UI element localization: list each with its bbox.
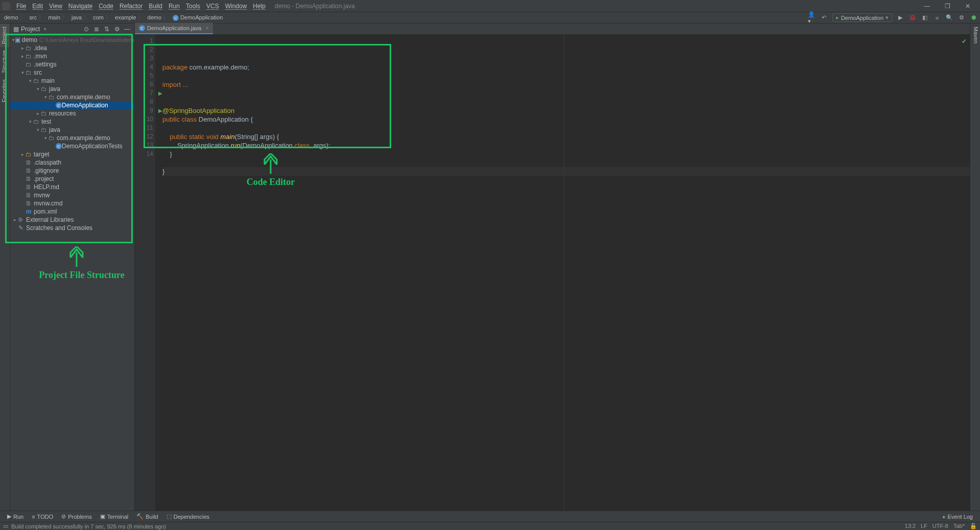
project-panel: ▦ Project ⊙ ≣ ⇅ ⚙ — ▾▣demoC:\Users\Amiya…: [10, 24, 135, 511]
encoding[interactable]: UTF-8: [933, 523, 948, 529]
run-config-selector[interactable]: ▸ DemoApplication ▾: [832, 13, 892, 22]
search-icon[interactable]: 🔍: [945, 14, 953, 22]
line-gutter: 1234567891011121314 ▶ ▶: [135, 35, 155, 511]
menu-tools[interactable]: Tools: [183, 3, 203, 10]
bottom-tab-dependencies[interactable]: ⬚Dependencies: [162, 513, 213, 520]
maximize-button[interactable]: ❐: [937, 3, 958, 10]
close-button[interactable]: ✕: [958, 3, 978, 10]
tree-row[interactable]: 🗎.project: [10, 175, 134, 183]
tree-row[interactable]: ▾🗀test: [10, 118, 134, 126]
tree-row[interactable]: ▾🗀main: [10, 77, 134, 85]
status-bar: ▭ Build completed successfully in 7 sec,…: [0, 522, 980, 530]
tree-row[interactable]: 🗎.classpath: [10, 158, 134, 167]
menu-refactor[interactable]: Refactor: [116, 3, 146, 10]
status-message: Build completed successfully in 7 sec, 9…: [11, 523, 166, 529]
tree-row[interactable]: ▾🗀com.example.demo: [10, 134, 134, 142]
tree-row[interactable]: 🗎.gitignore: [10, 167, 134, 175]
tree-row[interactable]: CDemoApplication: [10, 101, 134, 109]
tree-row[interactable]: 🗀.settings: [10, 60, 134, 68]
bottom-tab-terminal[interactable]: ▣Terminal: [96, 513, 133, 520]
navigation-bar: demosrcmainjavacomexampledemoCDemoApplic…: [0, 12, 980, 24]
tree-row[interactable]: 🗎mvnw.cmd: [10, 199, 134, 208]
caret-position[interactable]: 13:2: [905, 523, 916, 529]
minimize-button[interactable]: —: [917, 3, 937, 10]
project-view-selector[interactable]: ▦ Project: [13, 26, 46, 33]
breadcrumb-com[interactable]: com: [91, 14, 113, 21]
menu-bar: FileEditViewNavigateCodeRefactorBuildRun…: [0, 0, 980, 12]
menu-file[interactable]: File: [13, 3, 29, 10]
user-icon[interactable]: 👤▾: [808, 14, 816, 22]
back-icon[interactable]: ↶: [820, 14, 828, 22]
left-tab-structure[interactable]: Structure: [0, 47, 10, 76]
right-tab-maven[interactable]: Maven: [970, 24, 980, 47]
tree-row[interactable]: ✎Scratches and Consoles: [10, 224, 134, 232]
menu-run[interactable]: Run: [165, 3, 183, 10]
bottom-tool-tabs: ▶Run≡TODO⊘Problems▣Terminal🔨Build⬚Depend…: [0, 511, 980, 522]
breadcrumb-src[interactable]: src: [28, 14, 46, 21]
breadcrumb-example[interactable]: example: [113, 14, 146, 21]
breadcrumb-java[interactable]: java: [69, 14, 91, 21]
menu-edit[interactable]: Edit: [29, 3, 46, 10]
locate-icon[interactable]: ⊙: [82, 26, 90, 33]
tree-row[interactable]: 🗎mvnw: [10, 191, 134, 199]
menu-help[interactable]: Help: [250, 3, 269, 10]
status-icon[interactable]: ▭: [3, 523, 8, 529]
stop-button[interactable]: ■: [933, 14, 941, 22]
project-tree[interactable]: ▾▣demoC:\Users\Amiya Rout\Downloads\demo…: [10, 35, 134, 511]
line-ending[interactable]: LF: [921, 523, 927, 529]
hide-icon[interactable]: —: [123, 26, 131, 33]
left-tab-favorites[interactable]: Favorites: [0, 76, 10, 105]
left-tab-project[interactable]: Project: [0, 24, 10, 47]
tree-row[interactable]: ▸🗀resources: [10, 109, 134, 118]
debug-button[interactable]: 🐞: [909, 14, 917, 22]
tree-row[interactable]: ▾🗀com.example.demo: [10, 93, 134, 101]
settings-icon[interactable]: ⚙: [958, 14, 966, 22]
menu-code[interactable]: Code: [95, 3, 116, 10]
tree-row[interactable]: ▸🗀.idea: [10, 44, 134, 52]
bottom-tab-todo[interactable]: ≡TODO: [28, 513, 57, 520]
breadcrumb-demo[interactable]: demo: [146, 14, 171, 21]
tab-label: DemoApplication.java: [147, 25, 201, 31]
menu-navigate[interactable]: Navigate: [65, 3, 95, 10]
right-tool-gutter: Maven: [970, 24, 980, 511]
tree-row[interactable]: ▸🗀.mvn: [10, 52, 134, 60]
bottom-tab-problems[interactable]: ⊘Problems: [57, 513, 95, 520]
tree-row[interactable]: 🗎HELP.md: [10, 183, 134, 191]
tree-row[interactable]: CDemoApplicationTests: [10, 142, 134, 150]
code-area[interactable]: package com.example.demo; import ... @Sp…: [155, 35, 970, 511]
inspection-ok-icon[interactable]: ✔: [962, 38, 967, 45]
breadcrumb-main[interactable]: main: [46, 14, 69, 21]
lock-icon[interactable]: 🔓: [970, 523, 977, 529]
class-icon: C: [139, 25, 145, 31]
coverage-button[interactable]: ◧: [921, 14, 929, 22]
bottom-tab-build[interactable]: 🔨Build: [132, 513, 162, 520]
editor-body[interactable]: 1234567891011121314 ▶ ▶ package com.exam…: [135, 35, 970, 511]
menu-build[interactable]: Build: [146, 3, 165, 10]
tree-row[interactable]: ▾🗀java: [10, 126, 134, 134]
expand-all-icon[interactable]: ≣: [92, 26, 101, 33]
indent[interactable]: Tab*: [953, 523, 965, 529]
bottom-tab-event-log[interactable]: ●Event Log: [938, 514, 977, 520]
tree-row[interactable]: ▾🗀java: [10, 85, 134, 93]
run-button[interactable]: ▶: [896, 14, 904, 22]
breadcrumb-demo[interactable]: demo: [2, 14, 28, 21]
tree-row[interactable]: mpom.xml: [10, 208, 134, 216]
editor-tab[interactable]: C DemoApplication.java ×: [135, 23, 213, 34]
tree-row[interactable]: ▾🗀src: [10, 68, 134, 77]
window-title: demo - DemoApplication.java: [275, 3, 355, 10]
left-tool-gutter: ProjectStructureFavorites: [0, 24, 10, 511]
right-margin-guide: [564, 35, 564, 511]
tree-row[interactable]: ▸⊪External Libraries: [10, 216, 134, 224]
collapse-icon[interactable]: ⇅: [103, 26, 111, 33]
menu-view[interactable]: View: [46, 3, 65, 10]
shield-icon[interactable]: ⬢: [970, 14, 978, 22]
project-label: Project: [21, 26, 40, 33]
menu-window[interactable]: Window: [222, 3, 250, 10]
bottom-tab-run[interactable]: ▶Run: [3, 513, 28, 520]
tree-row[interactable]: ▾▣demoC:\Users\Amiya Rout\Downloads\demo: [10, 36, 134, 44]
breadcrumb-demoapplication[interactable]: CDemoApplication: [171, 14, 226, 21]
tree-row[interactable]: ▸🗀target: [10, 150, 134, 158]
menu-vcs[interactable]: VCS: [203, 3, 222, 10]
close-tab-icon[interactable]: ×: [205, 25, 208, 31]
gear-icon[interactable]: ⚙: [113, 26, 121, 33]
